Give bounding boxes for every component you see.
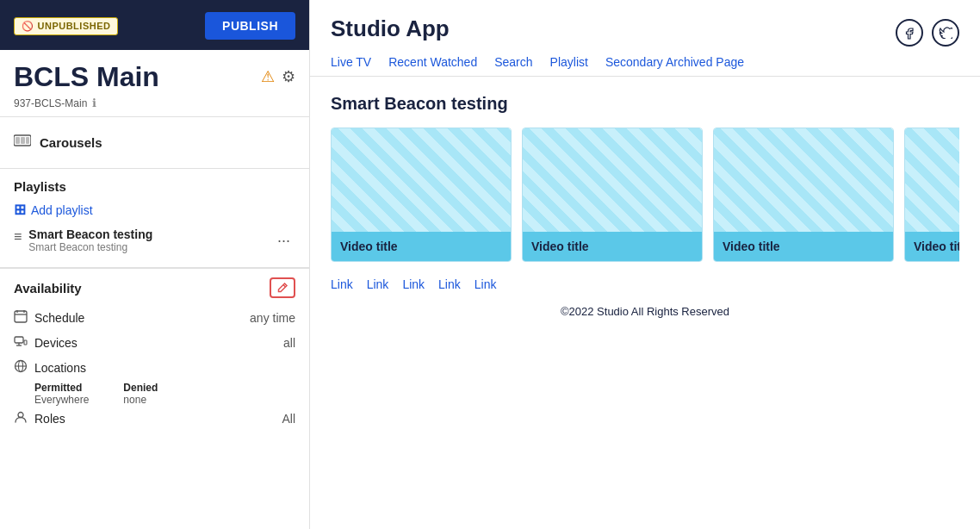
carousels-label: Carousels: [40, 135, 102, 150]
roles-label: Roles: [34, 412, 65, 426]
schedule-value: any time: [250, 311, 295, 325]
studio-app-title: Studio App: [331, 16, 450, 42]
schedule-label: Schedule: [34, 311, 84, 325]
schedule-icon: [14, 309, 28, 326]
locations-cols: Permitted Everywhere Denied none: [34, 382, 295, 406]
svg-line-4: [283, 285, 286, 288]
video-card-title-bar-2: Video title: [523, 232, 702, 261]
unpublished-badge: 🚫 UNPUBLISHED: [14, 17, 118, 35]
devices-left: Devices: [14, 334, 78, 351]
sidebar: 🚫 UNPUBLISHED PUBLISH BCLS Main 937-BCLS…: [0, 0, 310, 529]
devices-icon: [14, 334, 28, 351]
video-card-title-bar-3: Video title: [714, 232, 893, 261]
denied-value: none: [123, 394, 158, 406]
roles-value: All: [282, 412, 295, 426]
title-action-icons: ⚠ ⚙: [261, 67, 295, 86]
list-icon: ≡: [14, 229, 22, 245]
playlist-item-info: Smart Beacon testing Smart Beacon testin…: [28, 227, 152, 253]
video-card-title-2: Video title: [531, 240, 589, 253]
add-playlist-label: Add playlist: [31, 203, 93, 217]
publish-button[interactable]: PUBLISH: [205, 12, 295, 40]
app-id: 937-BCLS-Main: [14, 97, 87, 109]
tab-playlist[interactable]: Playlist: [550, 55, 588, 76]
video-card-1: Video title: [331, 128, 512, 262]
link-3[interactable]: Link: [402, 277, 425, 291]
svg-rect-9: [15, 337, 23, 343]
schedule-left: Schedule: [14, 309, 84, 326]
svg-rect-12: [24, 340, 27, 345]
video-card-2: Video title: [522, 128, 703, 262]
playlist-more-button[interactable]: ···: [272, 230, 295, 252]
availability-label: Availability: [14, 281, 82, 296]
sidebar-header: 🚫 UNPUBLISHED PUBLISH: [0, 0, 309, 50]
locations-label: Locations: [34, 361, 86, 375]
link-1[interactable]: Link: [331, 277, 353, 291]
denied-col: Denied none: [123, 382, 158, 406]
svg-rect-2: [21, 137, 25, 144]
devices-value: all: [283, 336, 295, 350]
info-icon: ℹ: [92, 96, 96, 109]
roles-icon: [14, 410, 28, 426]
tab-secondary-archived[interactable]: Secondary Archived Page: [605, 55, 744, 76]
warning-icon: ⚠: [261, 67, 275, 86]
add-playlist-row[interactable]: ⊞ Add playlist: [14, 201, 295, 219]
video-card-thumb-1: [332, 128, 511, 232]
locations-detail: Permitted Everywhere Denied none: [34, 382, 295, 406]
unpublished-label: UNPUBLISHED: [38, 21, 111, 31]
carousel-icon: [14, 133, 31, 152]
playlists-section: Playlists ⊞ Add playlist ≡ Smart Beacon …: [0, 169, 309, 267]
svg-rect-3: [26, 137, 29, 144]
svg-point-16: [18, 413, 23, 418]
video-card-thumb-2: [523, 128, 702, 232]
permitted-col: Permitted Everywhere: [34, 382, 89, 406]
app-name: BCLS Main 937-BCLS-Main ℹ: [14, 60, 159, 109]
unpublished-icon: 🚫: [22, 21, 34, 32]
video-card-thumb-4: [905, 128, 959, 232]
facebook-icon[interactable]: [896, 19, 923, 47]
section-title: Smart Beacon testing: [331, 94, 959, 114]
link-5[interactable]: Link: [474, 277, 497, 291]
video-card-title-4: Video titl: [914, 240, 959, 253]
app-subtitle: 937-BCLS-Main ℹ: [14, 96, 159, 109]
tab-recent-watched[interactable]: Recent Watched: [388, 55, 477, 76]
link-2[interactable]: Link: [367, 277, 389, 291]
availability-edit-button[interactable]: [270, 277, 295, 298]
locations-icon: [14, 359, 28, 376]
video-card-4: Video titl: [904, 128, 959, 262]
tab-live-tv[interactable]: Live TV: [331, 55, 371, 76]
video-card-title-1: Video title: [340, 240, 398, 253]
permitted-value: Everywhere: [34, 394, 89, 406]
social-icons: [896, 19, 959, 47]
playlist-subtitle: Smart Beacon testing: [28, 241, 152, 253]
tab-search[interactable]: Search: [494, 55, 532, 76]
nav-tabs: Live TV Recent Watched Search Playlist S…: [310, 47, 980, 77]
links-row: Link Link Link Link Link: [331, 277, 959, 291]
main-content: Studio App Live TV Recent Watched Search…: [310, 0, 980, 529]
devices-row: Devices all: [14, 330, 295, 355]
video-cards-row: Video title Video title Video title Vide…: [331, 128, 959, 262]
settings-icon[interactable]: ⚙: [282, 67, 295, 86]
carousels-item[interactable]: Carousels: [14, 128, 295, 158]
devices-label: Devices: [34, 336, 78, 350]
availability-header: Availability: [14, 277, 295, 298]
link-4[interactable]: Link: [438, 277, 461, 291]
playlist-name[interactable]: Smart Beacon testing: [28, 227, 152, 241]
video-card-3: Video title: [713, 128, 894, 262]
permitted-label: Permitted: [34, 382, 89, 394]
schedule-row: Schedule any time: [14, 305, 295, 330]
playlists-section-label: Playlists: [14, 179, 295, 194]
app-name-text: BCLS Main: [14, 60, 159, 93]
main-body: Smart Beacon testing Video title Video t…: [310, 77, 980, 529]
twitter-icon[interactable]: [932, 19, 959, 47]
video-card-thumb-3: [714, 128, 893, 232]
locations-left: Locations: [14, 359, 86, 376]
locations-row: Locations: [14, 355, 295, 380]
carousels-section: Carousels: [0, 117, 309, 168]
footer-text: ©2022 Studio All Rights Reserved: [331, 291, 959, 332]
availability-section: Availability Schedule: [0, 268, 309, 438]
svg-rect-5: [15, 311, 27, 322]
denied-label: Denied: [123, 382, 158, 394]
playlist-item: ≡ Smart Beacon testing Smart Beacon test…: [14, 224, 295, 257]
roles-left: Roles: [14, 410, 65, 426]
svg-rect-1: [16, 137, 20, 144]
